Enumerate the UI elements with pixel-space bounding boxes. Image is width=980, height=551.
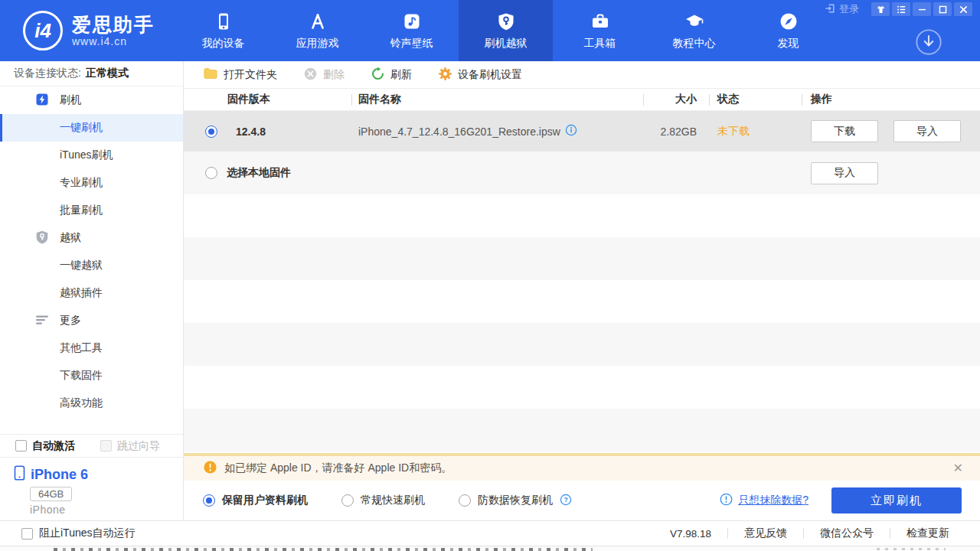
erase-data-link[interactable]: 只想抹除数据? <box>738 494 808 507</box>
sidebar-item-label: 越狱插件 <box>60 286 103 300</box>
sidebar-item-pro-flash[interactable]: 专业刷机 <box>0 169 183 197</box>
graduation-cap-icon <box>684 11 704 32</box>
maximize-icon[interactable] <box>933 2 952 16</box>
refresh-button[interactable]: 刷新 <box>371 67 412 83</box>
sidebar-item-label: 专业刷机 <box>60 176 103 190</box>
local-firmware-radio[interactable] <box>205 167 217 179</box>
nav-tab-label: 应用游戏 <box>296 37 339 51</box>
sidebar-item-advanced-features[interactable]: 高级功能 <box>0 390 183 417</box>
open-folder-button[interactable]: 打开文件夹 <box>203 66 277 83</box>
appstore-icon <box>307 11 328 32</box>
sidebar-item-itunes-flash[interactable]: iTunes刷机 <box>0 142 183 169</box>
auto-activate-label: 自动激活 <box>32 439 75 453</box>
anti-data-recovery-radio[interactable] <box>459 494 471 507</box>
download-button[interactable]: 下载 <box>811 120 878 142</box>
auto-activate-checkbox[interactable] <box>15 440 27 452</box>
firmware-row-12-4-8[interactable]: 12.4.8 iPhone_4.7_12.4.8_16G201_Restore.… <box>184 111 980 152</box>
separator <box>727 528 728 539</box>
column-header-status: 状态 <box>709 89 802 110</box>
skip-wizard-checkbox[interactable] <box>100 440 112 452</box>
sidebar-checkbox-row: 自动激活 跳过向导 <box>0 434 183 458</box>
nav-tab-flash-jailbreak[interactable]: 刷机越狱 <box>459 0 553 61</box>
sidebar-item-label: 一键刷机 <box>60 121 103 135</box>
option-anti-data-recovery[interactable]: 防数据恢复刷机 ? <box>459 494 572 508</box>
local-firmware-row[interactable]: 选择本地固件 导入 <box>184 152 980 194</box>
sidebar-item-download-firmware[interactable]: 下载固件 <box>0 362 183 390</box>
refresh-icon <box>371 67 385 83</box>
download-circle-icon[interactable] <box>914 28 943 57</box>
option-label: 常规快速刷机 <box>361 494 425 507</box>
music-note-icon <box>401 11 422 32</box>
flash-settings-button[interactable]: 设备刷机设置 <box>438 67 522 83</box>
check-update-link[interactable]: 检查更新 <box>906 527 949 540</box>
nav-tab-apps-games[interactable]: 应用游戏 <box>270 0 364 61</box>
shield-key-icon <box>495 11 516 32</box>
local-firmware-label: 选择本地固件 <box>227 166 291 180</box>
nav-tab-my-device[interactable]: 我的设备 <box>176 0 270 61</box>
firmware-status: 未下载 <box>717 125 750 139</box>
device-card: iPhone 6 64GB iPhone <box>0 458 183 520</box>
sidebar-item-other-tools[interactable]: 其他工具 <box>0 334 183 362</box>
firmware-filename: iPhone_4.7_12.4.8_16G201_Restore.ipsw <box>358 126 560 138</box>
import-button[interactable]: 导入 <box>893 120 961 142</box>
minimize-icon[interactable] <box>913 2 931 16</box>
sidebar: 设备连接状态: 正常模式 刷机 一键刷机 iTunes刷机 专业刷机 批量刷机 <box>0 61 184 520</box>
nav-tab-ringtones-wallpapers[interactable]: 铃声壁纸 <box>364 0 459 61</box>
sidebar-item-label: 其他工具 <box>60 341 103 355</box>
open-folder-label: 打开文件夹 <box>224 68 277 82</box>
nav-tab-toolbox[interactable]: 工具箱 <box>553 0 647 61</box>
import-local-button[interactable]: 导入 <box>811 162 878 184</box>
option-normal-fast-flash[interactable]: 常规快速刷机 <box>341 494 425 507</box>
main-panel: 打开文件夹 删除 刷新 设备刷机设置 固件版本 <box>184 61 980 520</box>
feedback-link[interactable]: 意见反馈 <box>744 527 787 540</box>
firmware-toolbar: 打开文件夹 删除 刷新 设备刷机设置 <box>184 61 980 89</box>
block-itunes-checkbox[interactable] <box>21 528 33 540</box>
option-keep-user-data[interactable]: 保留用户资料刷机 <box>203 494 308 507</box>
sidebar-item-label: 更多 <box>60 314 81 328</box>
jailbreak-shield-icon <box>34 230 50 247</box>
sidebar-section-flash[interactable]: 刷机 <box>0 86 183 114</box>
help-icon[interactable]: ? <box>560 494 572 508</box>
wechat-account-link[interactable]: 微信公众号 <box>820 527 874 540</box>
close-icon[interactable] <box>954 2 972 16</box>
window-controls: 登录 <box>825 2 972 16</box>
firmware-size: 2.82GB <box>643 126 697 138</box>
column-header-version: 固件版本 <box>184 89 351 110</box>
firmware-radio-selected[interactable] <box>205 126 217 138</box>
nav-tab-label: 工具箱 <box>584 37 616 51</box>
theme-skin-icon[interactable] <box>871 2 890 16</box>
nav-tab-tutorials[interactable]: 教程中心 <box>647 0 741 61</box>
delete-label: 删除 <box>323 68 345 82</box>
login-label: 登录 <box>839 2 859 16</box>
sidebar-item-label: 下载固件 <box>60 369 103 383</box>
firmware-table-header: 固件版本 固件名称 大小 状态 操作 <box>184 89 980 111</box>
info-icon[interactable] <box>565 124 577 139</box>
brand-url: www.i4.cn <box>72 35 155 47</box>
nav-tab-label: 发现 <box>778 37 799 51</box>
nav-tab-label: 教程中心 <box>673 37 716 51</box>
column-header-name: 固件名称 <box>351 89 643 110</box>
normal-fast-flash-radio[interactable] <box>341 494 354 507</box>
sidebar-section-jailbreak[interactable]: 越狱 <box>0 224 183 252</box>
skip-wizard-label: 跳过向导 <box>117 439 160 453</box>
delete-button[interactable]: 删除 <box>303 67 345 83</box>
firmware-version: 12.4.8 <box>236 126 266 138</box>
keep-user-data-radio[interactable] <box>203 494 215 507</box>
sidebar-item-one-click-flash[interactable]: 一键刷机 <box>0 114 183 142</box>
flash-options-row: 保留用户资料刷机 常规快速刷机 防数据恢复刷机 ? 只想抹除数据? 立即刷机 <box>184 481 980 520</box>
refresh-label: 刷新 <box>390 68 412 82</box>
nav-tab-discover[interactable]: 发现 <box>741 0 835 61</box>
warning-close-icon[interactable]: ✕ <box>953 462 963 474</box>
login-button[interactable]: 登录 <box>825 2 859 16</box>
more-lines-icon <box>34 312 50 330</box>
app-window: i4 爱思助手 www.i4.cn 我的设备 应用游戏 <box>0 0 980 551</box>
menu-list-icon[interactable] <box>892 2 910 16</box>
erase-info-icon <box>720 493 733 509</box>
sidebar-item-label: 高级功能 <box>60 396 103 410</box>
sidebar-item-one-click-jailbreak[interactable]: 一键越狱 <box>0 252 183 279</box>
device-connection-status: 设备连接状态: 正常模式 <box>0 61 183 86</box>
flash-now-button[interactable]: 立即刷机 <box>831 487 962 514</box>
sidebar-item-batch-flash[interactable]: 批量刷机 <box>0 197 183 224</box>
sidebar-section-more[interactable]: 更多 <box>0 307 183 334</box>
sidebar-item-jailbreak-plugins[interactable]: 越狱插件 <box>0 279 183 307</box>
